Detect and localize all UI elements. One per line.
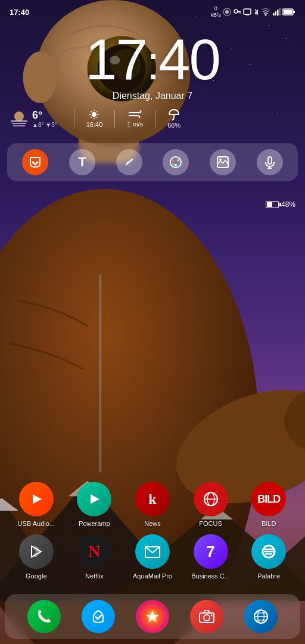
svg-point-80 <box>211 615 213 617</box>
netflix-n: N <box>88 542 100 561</box>
app-row-2: Google N Netflix AquaMail Pro <box>7 534 298 580</box>
svg-rect-26 <box>273 13 275 16</box>
palette-tool-button[interactable] <box>163 149 189 175</box>
text-tool-button[interactable]: T <box>69 149 95 175</box>
dock-samsung-store[interactable] <box>82 600 115 633</box>
app-label-google: Google <box>15 572 58 580</box>
gallery-tool-button[interactable] <box>210 149 236 175</box>
sketchbook-icon <box>123 156 136 169</box>
app-label-netflix: Netflix <box>73 572 116 580</box>
svg-rect-24 <box>245 14 249 16</box>
app-icon-google <box>19 534 54 569</box>
palette-icon <box>169 156 182 169</box>
screen-icon <box>243 8 251 16</box>
app-item-palabre[interactable]: Palabre <box>247 534 290 580</box>
weather-divider <box>74 110 74 128</box>
svg-point-52 <box>177 159 179 162</box>
wind-icon <box>129 110 142 119</box>
weather-sun-time: 16:40 <box>86 109 103 128</box>
status-bar: 17:40 0 kB/s <box>0 0 305 19</box>
dock-camera[interactable] <box>190 600 223 633</box>
app-label-poweramp: Poweramp <box>73 520 116 527</box>
weather-divider2 <box>114 110 115 128</box>
app-icon-news: k <box>135 482 170 516</box>
weather-temperature: 6° ▲8° ▼3° <box>32 109 57 128</box>
weather-condition-icon <box>10 110 29 127</box>
app-icon-netflix: N <box>77 534 111 569</box>
svg-rect-22 <box>239 13 241 14</box>
business-7: 7 <box>206 543 214 561</box>
svg-rect-28 <box>277 10 279 16</box>
app-item-news[interactable]: k News <box>131 482 174 527</box>
app-item-poweramp[interactable]: Poweramp <box>73 482 116 527</box>
svg-point-33 <box>14 112 24 121</box>
dock-phone-icon <box>27 600 61 633</box>
svg-rect-29 <box>279 8 281 16</box>
svg-rect-59 <box>268 157 272 164</box>
battery-fill <box>267 202 272 207</box>
app-item-bild[interactable]: BILD BILD <box>247 482 290 527</box>
bluetooth-icon <box>253 8 259 16</box>
svg-rect-21 <box>237 11 241 13</box>
dock-phone[interactable] <box>27 600 61 633</box>
clock-minutes: 40 <box>158 27 220 91</box>
svg-line-42 <box>91 112 92 113</box>
svg-line-44 <box>97 112 98 113</box>
app-grid: USB Audio... Poweramp k News <box>0 477 305 592</box>
battery-icon <box>266 201 279 208</box>
app-icon-bild: BILD <box>251 482 286 516</box>
app-icon-usbaudio <box>19 482 54 516</box>
dock-themes-icon <box>136 600 169 633</box>
mic-icon <box>263 156 276 169</box>
sun-icon <box>89 109 99 120</box>
date-display: Dienstag, Januar 7 <box>10 91 295 101</box>
weather-wind: 1 m/s <box>127 110 143 128</box>
app-item-google[interactable]: Google <box>15 534 58 580</box>
battery-indicator: 48% <box>266 200 295 209</box>
svg-marker-62 <box>33 494 42 504</box>
status-icons: 0 kB/s <box>210 5 295 18</box>
weather-divider3 <box>155 110 155 128</box>
app-item-usbaudio[interactable]: USB Audio... <box>15 482 58 527</box>
app-label-palabre: Palabre <box>247 572 290 580</box>
svg-line-43 <box>97 117 98 118</box>
net-speed: 0 kB/s <box>210 5 221 18</box>
weather-rain: 66% <box>167 109 180 129</box>
quick-tools-bar: T <box>7 143 298 181</box>
signal-bars-icon <box>272 8 281 16</box>
battery-status-icon <box>282 8 295 16</box>
weather-widget: 6° ▲8° ▼3° 16:40 <box>10 109 295 129</box>
svg-marker-77 <box>146 610 159 623</box>
text-icon: T <box>78 154 86 170</box>
svg-point-25 <box>265 14 267 16</box>
svg-point-37 <box>92 112 97 117</box>
svg-rect-32 <box>284 10 292 14</box>
app-item-aquamail[interactable]: AquaMail Pro <box>131 534 174 580</box>
mic-tool-button[interactable] <box>257 149 283 175</box>
wifi-icon <box>261 8 270 16</box>
signal-icon <box>223 8 231 16</box>
app-item-business[interactable]: 7 Business C... <box>189 534 232 580</box>
dock <box>5 594 300 639</box>
svg-point-54 <box>177 163 179 165</box>
app-item-focus[interactable]: FOCUS <box>189 482 232 527</box>
dock-samsung-icon <box>82 600 115 633</box>
dock-browser-icon <box>244 600 278 633</box>
svg-rect-23 <box>244 9 251 14</box>
dock-themes[interactable] <box>136 600 169 633</box>
svg-marker-70 <box>36 552 41 557</box>
sketchbook-tool-button[interactable] <box>116 149 142 175</box>
app-label-bild: BILD <box>247 520 290 527</box>
pocket-tool-button[interactable] <box>22 149 48 175</box>
app-icon-aquamail <box>135 534 170 569</box>
clock-colon: : <box>147 36 158 89</box>
key-icon <box>233 8 241 16</box>
app-row-1: USB Audio... Poweramp k News <box>7 482 298 527</box>
umbrella-icon <box>168 109 180 120</box>
svg-marker-71 <box>32 552 36 557</box>
svg-marker-63 <box>91 494 99 504</box>
battery-percentage: 48% <box>281 200 295 209</box>
app-item-netflix[interactable]: N Netflix <box>73 534 116 580</box>
app-icon-palabre <box>251 534 286 569</box>
dock-browser[interactable] <box>244 600 278 633</box>
